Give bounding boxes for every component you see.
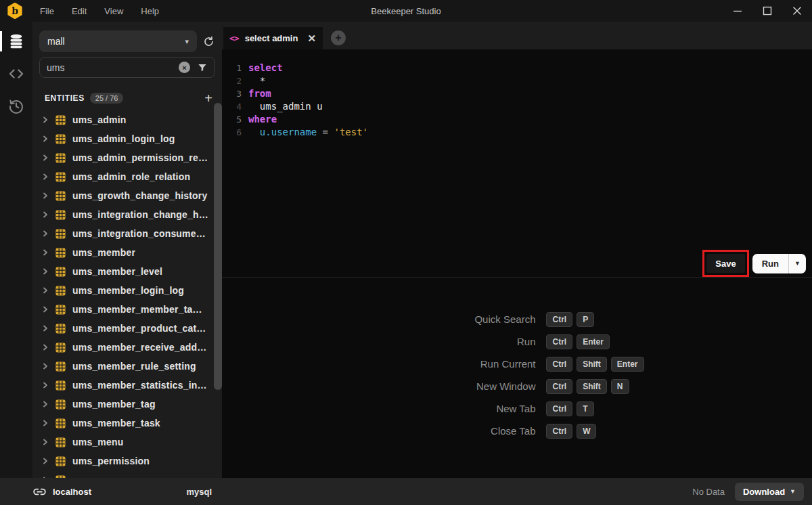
- menu-item-help[interactable]: Help: [133, 3, 167, 19]
- shortcut-label: New Window: [390, 380, 535, 392]
- beekeeper-studio-window: b FileEditViewHelp Beekeeper Studio mall…: [0, 0, 812, 505]
- code-line: 4 ums_admin u: [222, 100, 812, 113]
- chevron-right-icon[interactable]: [42, 249, 49, 256]
- entity-row[interactable]: ums_member_login_log: [32, 281, 222, 300]
- shortcut-keys: CtrlW: [546, 424, 644, 439]
- refresh-button[interactable]: [202, 35, 215, 48]
- table-search-box: ×: [39, 57, 215, 78]
- entity-row[interactable]: ums_member_task: [32, 414, 222, 433]
- result-status: No Data: [692, 487, 725, 497]
- entity-row[interactable]: ums_admin_permission_re…: [32, 148, 222, 167]
- entity-row[interactable]: ums_member_product_cat…: [32, 319, 222, 338]
- table-icon: [55, 191, 66, 201]
- rail-tab-history[interactable]: [0, 95, 32, 118]
- filter-icon[interactable]: [197, 62, 208, 73]
- chevron-right-icon[interactable]: [42, 154, 49, 161]
- entity-row[interactable]: ums_growth_change_history: [32, 186, 222, 205]
- code-line: 1select: [222, 62, 812, 74]
- window-controls: [723, 0, 812, 22]
- keycap: Enter: [611, 357, 644, 372]
- chevron-down-icon: ▾: [185, 37, 189, 46]
- entity-row[interactable]: ums_resource: [32, 470, 222, 478]
- sidebar-scrollbar-thumb[interactable]: [214, 103, 222, 390]
- table-icon: [55, 115, 66, 125]
- chevron-right-icon[interactable]: [42, 173, 49, 180]
- code-line: 5where: [222, 113, 812, 126]
- entity-name: ums_member_level: [72, 266, 162, 277]
- entity-row[interactable]: ums_permission: [32, 452, 222, 470]
- keycap: P: [577, 312, 594, 327]
- maximize-button[interactable]: [752, 0, 782, 22]
- table-icon: [55, 153, 66, 163]
- close-button[interactable]: [782, 0, 812, 22]
- entity-row[interactable]: ums_admin: [32, 110, 222, 129]
- run-button[interactable]: Run: [752, 254, 788, 273]
- table-icon: [55, 134, 66, 144]
- sql-editor[interactable]: 1select2 *3from4 ums_admin u5where6 u.us…: [222, 49, 812, 277]
- code-line: 3from: [222, 87, 812, 100]
- rail-tab-queries[interactable]: [0, 62, 32, 85]
- shortcut-label: Run: [390, 336, 535, 347]
- entity-row[interactable]: ums_admin_role_relation: [32, 167, 222, 186]
- entity-row[interactable]: ums_integration_consume…: [32, 224, 222, 243]
- table-icon: [55, 418, 66, 429]
- download-button[interactable]: Download ▼: [735, 483, 804, 501]
- entity-row[interactable]: ums_member_level: [32, 262, 222, 281]
- save-button-highlight-annotation: Save: [702, 250, 748, 277]
- entity-row[interactable]: ums_admin_login_log: [32, 129, 222, 148]
- chevron-right-icon[interactable]: [42, 458, 49, 464]
- main-pane: <> select admin ✕ + 1select2 *3from4 ums…: [222, 22, 812, 478]
- keycap: Ctrl: [546, 312, 572, 327]
- clear-search-icon[interactable]: ×: [179, 62, 190, 73]
- table-search-input[interactable]: [47, 62, 172, 73]
- chevron-right-icon[interactable]: [42, 211, 49, 218]
- entity-name: ums_member_tag: [72, 399, 156, 410]
- entity-name: ums_member_statistics_in…: [72, 380, 207, 391]
- entity-name: ums_permission: [72, 456, 150, 466]
- entity-row[interactable]: ums_member_receive_add…: [32, 338, 222, 357]
- minimize-button[interactable]: [723, 0, 752, 22]
- table-icon: [55, 456, 66, 466]
- menubar: FileEditViewHelp: [32, 3, 167, 19]
- chevron-right-icon[interactable]: [42, 401, 49, 408]
- entity-name: ums_member_rule_setting: [72, 361, 196, 372]
- tab-close-icon[interactable]: ✕: [307, 33, 316, 43]
- chevron-right-icon[interactable]: [42, 363, 49, 370]
- entity-row[interactable]: ums_member_rule_setting: [32, 357, 222, 376]
- entity-row[interactable]: ums_member_tag: [32, 395, 222, 414]
- menu-item-file[interactable]: File: [32, 3, 62, 19]
- database-select[interactable]: mall ▾: [39, 30, 197, 52]
- entity-row[interactable]: ums_member_statistics_in…: [32, 376, 222, 395]
- shortcut-keys: CtrlP: [546, 312, 644, 327]
- rail-tab-connections[interactable]: [0, 30, 32, 53]
- run-button-group: Run ▼: [752, 254, 806, 273]
- entity-name: ums_integration_change_h…: [72, 209, 208, 220]
- tab-select-admin[interactable]: <> select admin ✕: [223, 27, 323, 49]
- save-button[interactable]: Save: [706, 254, 744, 273]
- chevron-right-icon[interactable]: [42, 287, 49, 294]
- search-row: ×: [32, 52, 222, 78]
- chevron-right-icon[interactable]: [42, 135, 49, 142]
- entity-row[interactable]: ums_member_member_ta…: [32, 300, 222, 319]
- chevron-right-icon[interactable]: [42, 420, 49, 426]
- connection-driver: mysql: [186, 487, 212, 497]
- chevron-right-icon[interactable]: [42, 230, 49, 237]
- chevron-right-icon[interactable]: [42, 116, 49, 123]
- chevron-right-icon[interactable]: [42, 325, 49, 332]
- connection-status[interactable]: localhost mysql: [0, 485, 222, 499]
- entity-row[interactable]: ums_member: [32, 243, 222, 262]
- chevron-right-icon[interactable]: [42, 382, 49, 389]
- entity-row[interactable]: ums_integration_change_h…: [32, 205, 222, 224]
- chevron-right-icon[interactable]: [42, 344, 49, 351]
- chevron-right-icon[interactable]: [42, 192, 49, 199]
- add-entity-button[interactable]: +: [204, 91, 212, 105]
- chevron-right-icon[interactable]: [42, 268, 49, 275]
- chevron-right-icon[interactable]: [42, 306, 49, 313]
- chevron-right-icon[interactable]: [42, 439, 49, 445]
- entity-row[interactable]: ums_menu: [32, 433, 222, 452]
- menu-item-view[interactable]: View: [96, 3, 131, 19]
- run-options-dropdown[interactable]: ▼: [788, 254, 806, 273]
- menu-item-edit[interactable]: Edit: [64, 3, 95, 19]
- connection-host: localhost: [53, 487, 91, 497]
- new-tab-button[interactable]: +: [331, 30, 346, 45]
